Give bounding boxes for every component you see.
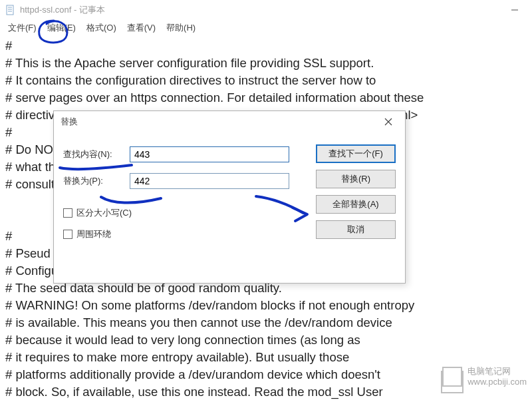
replace-button[interactable]: 替换(R) — [316, 170, 396, 188]
watermark: 电脑笔记网 www.pcbiji.com — [442, 366, 527, 387]
replace-dialog: 替换 查找内容(N): 替换为(P): 区分大小写(C) 周围环绕 查找下一个(… — [53, 110, 406, 284]
window-title: httpd-ssl.conf - 记事本 — [20, 4, 105, 16]
window-titlebar: httpd-ssl.conf - 记事本 — [0, 0, 532, 20]
dialog-title-text: 替换 — [61, 116, 78, 128]
watermark-line2: www.pcbiji.com — [467, 377, 527, 387]
find-label: 查找内容(N): — [63, 148, 130, 160]
text-line: # because it would lead to very long con… — [5, 331, 527, 349]
text-line: # it requires to make more entropy avail… — [5, 349, 527, 366]
replace-all-button[interactable]: 全部替换(A) — [316, 195, 396, 214]
dialog-titlebar: 替换 — [54, 111, 405, 132]
checkbox-wrap-label: 周围环绕 — [76, 228, 111, 240]
text-line: # is available. This means you then cann… — [5, 314, 527, 331]
cancel-button[interactable]: 取消 — [316, 220, 396, 239]
document-icon — [5, 5, 16, 15]
text-line: # It contains the configuration directiv… — [5, 72, 527, 89]
menu-file[interactable]: 文件(F) — [3, 21, 42, 35]
watermark-icon — [442, 367, 462, 387]
text-line: # — [5, 37, 527, 55]
text-line: # WARNING! On some platforms /dev/random… — [5, 297, 527, 314]
text-line: # This is the Apache server configuratio… — [5, 55, 527, 72]
replace-label: 替换为(P): — [63, 175, 130, 187]
find-input[interactable] — [130, 146, 289, 162]
svg-rect-0 — [7, 5, 13, 15]
minimize-button[interactable] — [503, 1, 527, 19]
replace-input[interactable] — [130, 173, 289, 189]
close-icon[interactable] — [378, 112, 398, 131]
checkbox-box — [63, 230, 72, 239]
find-next-button[interactable]: 查找下一个(F) — [316, 144, 396, 163]
checkbox-box — [63, 208, 72, 218]
menu-edit[interactable]: 编辑(E) — [42, 21, 81, 35]
menu-help[interactable]: 帮助(H) — [161, 21, 201, 35]
menu-view[interactable]: 查看(V) — [122, 21, 161, 35]
watermark-line1: 电脑笔记网 — [467, 366, 527, 377]
checkbox-case-label: 区分大小写(C) — [76, 207, 132, 219]
menu-format[interactable]: 格式(O) — [81, 21, 122, 35]
menu-bar: 文件(F) 编辑(E) 格式(O) 查看(V) 帮助(H) — [0, 20, 532, 36]
text-line: # serve pages over an https connection. … — [5, 89, 527, 106]
